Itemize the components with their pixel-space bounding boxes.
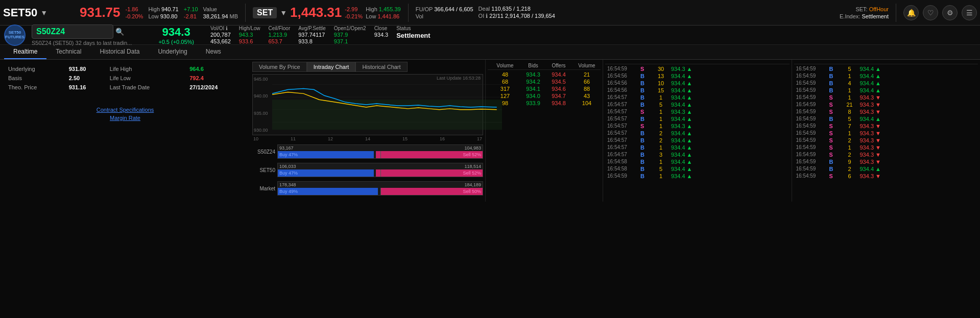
th-time-right-4: 16:54:59 <box>796 94 829 101</box>
th-header-right <box>794 62 978 64</box>
th-row-left-7: 16:54:57B1934.4 ▲ <box>605 115 790 123</box>
main-tabs: Realtime Technical Historical Data Under… <box>0 45 980 60</box>
th-time-left-3: 16:54:56 <box>607 87 640 93</box>
ob-offer-3: 934.6 <box>546 86 571 92</box>
ticker2-name[interactable]: SET <box>253 7 277 18</box>
symbol-input[interactable] <box>32 25 113 39</box>
th-side-left-8: S <box>640 123 651 129</box>
th-side-left-2: B <box>640 80 651 86</box>
ticker2-dropdown-icon[interactable]: ▼ <box>280 9 287 17</box>
last-trade-val: 27/12/2024 <box>186 83 245 91</box>
x-label-16: 16 <box>440 136 445 141</box>
th-time-left-11: 16:54:57 <box>607 144 640 151</box>
ob-bid-3: 934.1 <box>520 86 546 92</box>
th-side-right-14: B <box>829 166 840 172</box>
th-side-left-13: B <box>640 159 651 165</box>
th-time-right-14: 16:54:59 <box>796 166 829 172</box>
margin-rate-link[interactable]: Margin Rate <box>110 115 140 121</box>
th-qty-left-11: 1 <box>651 144 671 151</box>
th-qty-left-2: 10 <box>651 80 671 86</box>
tab-news[interactable]: News <box>197 45 230 59</box>
fuop-label: FU/OP 366,644 / 6,605 <box>416 6 473 12</box>
stat-voloi-label: Vol/OI ℹ <box>210 26 231 31</box>
chart-tab-historical[interactable]: Historical Chart <box>355 62 407 72</box>
th-qty-left-4: 1 <box>651 94 671 101</box>
th-price-left-8: 934.3 ▲ <box>671 123 712 129</box>
vol-numbers-s50z24: 93,167 104,983 <box>278 145 483 151</box>
th-row-right-13: 16:54:59B9934.3 ▼ <box>794 158 978 165</box>
th-row-right-0: 16:54:59B5934.4 ▲ <box>794 65 978 72</box>
tab-technical[interactable]: Technical <box>46 45 90 59</box>
tab-historical[interactable]: Historical Data <box>90 45 149 59</box>
trade-history-right: 16:54:59B5934.4 ▲16:54:59B1934.4 ▲16:54:… <box>792 60 981 202</box>
th-time-left-14: 16:54:58 <box>607 166 640 172</box>
th-price-right-2: 934.4 ▲ <box>860 80 901 86</box>
underlying-label: Underlying <box>5 65 65 73</box>
th-side-left-10: B <box>640 137 651 143</box>
th-time-right-1: 16:54:59 <box>796 73 829 79</box>
menu-icon[interactable]: ☰ <box>962 5 977 20</box>
chart-tab-intraday[interactable]: Intraday Chart <box>307 62 356 72</box>
th-qty-right-15: 6 <box>840 173 860 179</box>
tab-underlying[interactable]: Underlying <box>149 45 196 59</box>
th-time-right-6: 16:54:59 <box>796 109 829 115</box>
th-time-left-4: 16:54:57 <box>607 94 640 101</box>
th-price-right-10: 934.3 ▼ <box>860 137 901 143</box>
search-button[interactable]: 🔍 <box>115 28 124 36</box>
bell-icon[interactable]: 🔔 <box>903 5 919 20</box>
top-bar: SET50 ▼ 931.75 -1.86 -0.20% High 940.71 … <box>0 0 980 26</box>
ticker1-dropdown-icon[interactable]: ▼ <box>40 9 47 17</box>
th-time-right-8: 16:54:59 <box>796 123 829 129</box>
th-side-right-11: S <box>829 144 840 151</box>
volume-bars: S50Z24 93,167 104,983 Buy 47% Sell 52% S… <box>252 144 483 195</box>
th-time-left-7: 16:54:57 <box>607 116 640 122</box>
stat-cf-label: Ceil/Floor <box>268 26 290 31</box>
ob-voffer-3: 88 <box>571 86 602 92</box>
settings-icon[interactable]: ⚙ <box>942 5 958 20</box>
th-time-right-2: 16:54:59 <box>796 80 829 86</box>
tab-realtime[interactable]: Realtime <box>4 45 46 59</box>
th-qty-right-0: 5 <box>840 66 860 72</box>
divider3 <box>896 4 896 22</box>
th-price-left-5: 934.4 ▲ <box>671 102 712 108</box>
stat-floor: 653.7 <box>268 38 290 44</box>
contract-spec-link[interactable]: Contract Specifications <box>97 107 154 113</box>
sub-price: +0.5 (+0.05%) <box>158 39 194 45</box>
th-side-left-0: S <box>640 66 651 72</box>
th-row-left-11: 16:54:57B1934.4 ▲ <box>605 144 790 151</box>
vol-sell-bar-set50: Sell 52% <box>376 169 483 177</box>
vol-bar-market: 178,348 184,189 Buy 49% Sell 50% <box>277 181 483 195</box>
stat-close: Close 934.3 <box>374 26 389 38</box>
heart-icon[interactable]: ♡ <box>923 5 938 20</box>
ob-row-3: 317 934.1 934.6 88 <box>488 85 601 92</box>
ticker1-chg3: -2.81 <box>184 13 198 19</box>
theo-label: Theo. Price <box>5 83 65 91</box>
ticker1-extra-block: +7.10 -2.81 <box>184 6 198 19</box>
th-time-right-5: 16:54:59 <box>796 102 829 108</box>
ob-offer-2: 934.5 <box>546 79 571 85</box>
deal-label: Deal 110,635 / 1,218 <box>479 6 555 12</box>
vol-label-s50z24: S50Z24 <box>252 149 275 155</box>
chart-y-labels: 945.00 940.00 935.00 930.00 <box>254 75 268 135</box>
ticker1-price: 931.75 <box>80 5 121 20</box>
th-price-left-11: 934.4 ▲ <box>671 144 712 151</box>
th-row-right-8: 16:54:59S7934.3 ▼ <box>794 123 978 130</box>
th-row-left-3: 16:54:56B15934.4 ▲ <box>605 87 790 94</box>
links-block: Contract Specifications Margin Rate <box>4 103 246 125</box>
ob-bid-4: 934.0 <box>520 93 546 99</box>
th-row-right-15: 16:54:59S6934.3 ▼ <box>794 173 978 180</box>
th-row-left-15: 16:54:59B1934.4 ▲ <box>605 173 790 180</box>
basis-label: Basis <box>5 74 65 82</box>
th-qty-right-12: 2 <box>840 152 860 158</box>
th-side-right-13: B <box>829 159 840 165</box>
th-time-left-1: 16:54:56 <box>607 73 640 79</box>
ticker1-low-label: Low 930.80 <box>148 13 178 19</box>
vol-buy-bar-set50: Buy 47% <box>278 169 374 177</box>
th-row-right-3: 16:54:59B1934.4 ▲ <box>794 87 978 94</box>
chart-tab-volume[interactable]: Volume By Price <box>252 62 307 72</box>
stat-status-val: Settlement <box>396 32 430 39</box>
th-rows-left: 16:54:59S30934.3 ▲16:54:56B13934.4 ▲16:5… <box>605 65 790 180</box>
th-side-left-7: B <box>640 116 651 122</box>
stat-avg: 937.74117 <box>298 32 326 38</box>
th-qty-left-14: 5 <box>651 166 671 172</box>
